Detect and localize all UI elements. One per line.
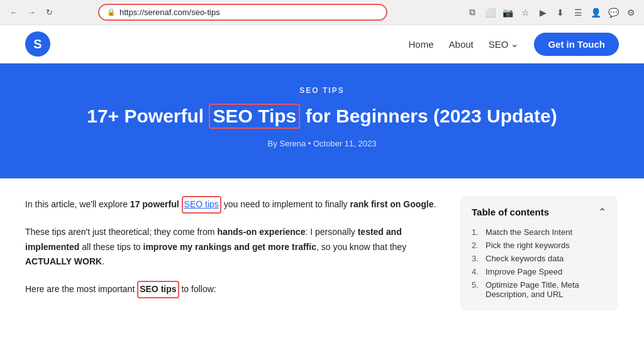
toc-item-4: 4. Improve Page Speed [472,265,606,278]
hero-label: SEO TIPS [25,86,619,95]
main-content: In this article, we'll explore 17 powerf… [25,196,440,311]
seo-tips-highlight: SEO Tips [209,104,300,129]
browser-toolbar: ← → ↻ 🔒 ⧉ ⬜ 📷 ☆ ▶ ⬇ ☰ 👤 💬 ⚙ [0,0,644,24]
url-input[interactable] [119,8,379,17]
content-area: In this article, we'll explore 17 powerf… [0,178,644,324]
browser-actions: ⧉ ⬜ 📷 ☆ ▶ ⬇ ☰ 👤 💬 ⚙ [465,6,638,19]
download-icon[interactable]: ⬇ [553,6,567,19]
toc-item-2: 2. Pick the right keywords [472,239,606,252]
nav-links: Home About SEO ⌄ [409,38,519,50]
nav-seo[interactable]: SEO ⌄ [489,38,519,50]
toc-link-2[interactable]: Pick the right keywords [486,241,570,250]
toc-item-1: 1. Match the Search Intent [472,226,606,239]
toc-box: Table of contents ⌃ 1. Match the Search … [460,196,618,311]
lock-icon: 🔒 [107,8,116,16]
hero-section: SEO TIPS 17+ Powerful SEO Tips for Begin… [0,63,644,178]
seo-tips-inline-highlight: SEO tips [137,281,179,298]
site-logo[interactable]: S [25,31,50,57]
screenshot-icon[interactable]: ⬜ [483,6,497,19]
sidebar: Table of contents ⌃ 1. Match the Search … [460,196,618,311]
back-button[interactable]: ← [6,5,21,20]
paragraph-1: In this article, we'll explore 17 powerf… [25,196,440,214]
toc-title: Table of contents [472,207,549,217]
toc-collapse-button[interactable]: ⌃ [598,206,606,218]
site-nav: S Home About SEO ⌄ Get in Touch [0,25,644,63]
seo-tips-link-1[interactable]: SEO tips [182,196,221,214]
nav-about[interactable]: About [449,39,474,50]
address-bar[interactable]: 🔒 [98,4,387,21]
camera-icon[interactable]: 📷 [501,6,514,19]
paragraph-3: Here are the most important SEO tips to … [25,281,440,298]
website: S Home About SEO ⌄ Get in Touch SEO TIPS… [0,25,644,347]
cta-button[interactable]: Get in Touch [534,33,619,56]
toc-link-1[interactable]: Match the Search Intent [486,227,572,237]
settings-icon[interactable]: ⚙ [624,6,638,19]
toc-link-4[interactable]: Improve Page Speed [486,267,562,276]
star-icon[interactable]: ☆ [518,6,532,19]
toc-item-5: 5. Optimize Page Title, Meta Description… [472,278,606,301]
play-icon[interactable]: ▶ [536,6,550,19]
browser-chrome: ← → ↻ 🔒 ⧉ ⬜ 📷 ☆ ▶ ⬇ ☰ 👤 💬 ⚙ [0,0,644,25]
tab-icon[interactable]: ⧉ [465,6,479,19]
toc-header: Table of contents ⌃ [472,206,606,218]
menu-icon[interactable]: ☰ [571,6,585,19]
paragraph-2: These tips aren't just theoretical; they… [25,225,440,269]
profile-icon[interactable]: 👤 [589,6,602,19]
toc-link-5[interactable]: Optimize Page Title, Meta Description, a… [486,280,606,299]
toc-item-3: 3. Check keywords data [472,252,606,265]
browser-nav-buttons: ← → ↻ [6,5,57,20]
hero-meta: By Serena • October 11, 2023 [25,139,619,148]
chevron-down-icon: ⌄ [511,38,519,50]
chat-icon[interactable]: 💬 [606,6,620,19]
forward-button[interactable]: → [24,5,39,20]
nav-home[interactable]: Home [409,39,434,50]
reload-button[interactable]: ↻ [42,5,57,20]
hero-title: 17+ Powerful SEO Tips for Beginners (202… [25,104,619,129]
toc-list: 1. Match the Search Intent 2. Pick the r… [472,226,606,301]
toc-link-3[interactable]: Check keywords data [486,254,564,263]
